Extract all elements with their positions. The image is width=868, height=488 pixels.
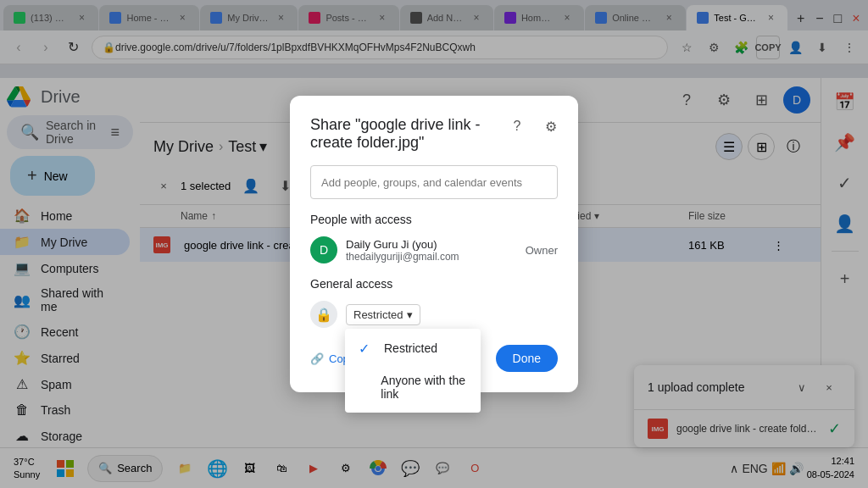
owner-name: Daily Guru Ji (you) (346, 238, 517, 251)
dropdown-arrow-icon: ▾ (407, 308, 413, 321)
dropdown-item-anyone-label: Anyone with the link (381, 374, 467, 401)
owner-role: Owner (526, 244, 558, 257)
modal-help-button[interactable]: ? (504, 113, 531, 140)
user-access-row: D Daily Guru Ji (you) thedailyguriji@gma… (310, 236, 558, 263)
general-access-label: General access (310, 277, 558, 291)
owner-email: thedailyguriji@gmail.com (346, 251, 517, 263)
lock-icon: 🔒 (310, 301, 337, 328)
access-dropdown[interactable]: Restricted ▾ (346, 304, 420, 325)
owner-avatar: D (310, 236, 337, 263)
link-icon: 🔗 (310, 352, 324, 365)
dropdown-item-restricted-label: Restricted (384, 341, 437, 355)
dropdown-item-restricted[interactable]: ✓ Restricted (345, 332, 481, 365)
access-dropdown-wrapper: Restricted ▾ ✓ Restricted ✓ Anyone with … (346, 304, 420, 325)
access-dropdown-menu: ✓ Restricted ✓ Anyone with the link (345, 329, 481, 413)
owner-info: Daily Guru Ji (you) thedailyguriji@gmail… (346, 238, 517, 263)
access-dropdown-selected: Restricted (353, 308, 403, 321)
dropdown-item-anyone[interactable]: ✓ Anyone with the link (345, 365, 481, 409)
general-access-section: General access 🔒 Restricted ▾ ✓ Restrict… (310, 277, 558, 328)
modal-overlay: Share "google drive link - create folder… (0, 0, 868, 488)
share-modal: Share "google drive link - create folder… (290, 96, 578, 392)
done-button[interactable]: Done (496, 345, 558, 372)
people-section-label: People with access (310, 213, 558, 226)
access-row: 🔒 Restricted ▾ ✓ Restricted ✓ (310, 301, 558, 328)
share-input[interactable] (310, 165, 558, 199)
modal-header-icons: ? ⚙ (504, 113, 565, 140)
modal-settings-button[interactable]: ⚙ (537, 113, 565, 140)
checkmark-icon: ✓ (359, 341, 376, 357)
